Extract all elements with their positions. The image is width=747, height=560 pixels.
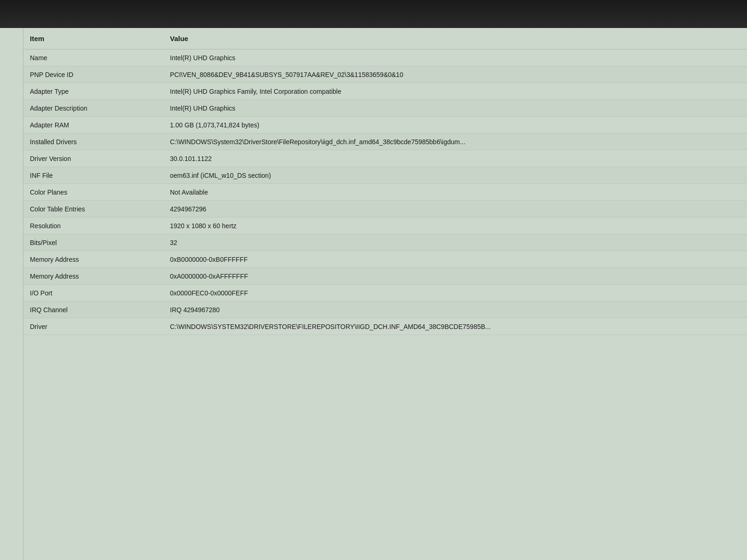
cell-value: Intel(R) UHD Graphics Family, Intel Corp… [163, 85, 747, 98]
cell-value: IRQ 4294967280 [163, 303, 747, 316]
table-row[interactable]: DriverC:\WINDOWS\SYSTEM32\DRIVERSTORE\FI… [23, 318, 747, 335]
cell-value: 30.0.101.1122 [163, 152, 747, 165]
cell-item: Driver Version [23, 152, 163, 165]
cell-item: Color Table Entries [23, 203, 163, 216]
column-header-value: Value [163, 32, 747, 45]
table-row[interactable]: Adapter RAM1.00 GB (1,073,741,824 bytes) [23, 117, 747, 133]
cell-item: Memory Address [23, 270, 163, 283]
table-row[interactable]: Driver Version30.0.101.1122 [23, 150, 747, 167]
content-area: Item Value NameIntel(R) UHD GraphicsPNP … [0, 28, 747, 560]
cell-value: 4294967296 [163, 203, 747, 216]
cell-item: I/O Port [23, 287, 163, 300]
top-bar [0, 0, 747, 28]
cell-value: Not Available [163, 186, 747, 199]
table-row[interactable]: PNP Device IDPCI\VEN_8086&DEV_9B41&SUBSY… [23, 66, 747, 83]
cell-value: Intel(R) UHD Graphics [163, 102, 747, 115]
cell-value: C:\WINDOWS\SYSTEM32\DRIVERSTORE\FILEREPO… [163, 320, 747, 333]
cell-item: Installed Drivers [23, 135, 163, 148]
table-row[interactable]: I/O Port0x0000FEC0-0x0000FEFF [23, 285, 747, 301]
table-row[interactable]: Adapter DescriptionIntel(R) UHD Graphics [23, 100, 747, 117]
cell-item: Resolution [23, 219, 163, 232]
cell-item: Adapter Type [23, 85, 163, 98]
cell-value: 0xB0000000-0xB0FFFFFF [163, 253, 747, 266]
cell-item: Adapter RAM [23, 119, 163, 132]
table-row[interactable]: INF Fileoem63.inf (iCML_w10_DS section) [23, 167, 747, 184]
cell-value: PCI\VEN_8086&DEV_9B41&SUBSYS_507917AA&RE… [163, 68, 747, 81]
cell-item: Adapter Description [23, 102, 163, 115]
table-row[interactable]: IRQ ChannelIRQ 4294967280 [23, 301, 747, 318]
cell-value: Intel(R) UHD Graphics [163, 51, 747, 64]
table-header: Item Value [23, 28, 747, 49]
table-container: Item Value NameIntel(R) UHD GraphicsPNP … [23, 28, 747, 335]
cell-value: 0xA0000000-0xAFFFFFFF [163, 270, 747, 283]
cell-value: C:\WINDOWS\System32\DriverStore\FileRepo… [163, 135, 747, 148]
cell-item: Color Planes [23, 186, 163, 199]
table-row[interactable]: Adapter TypeIntel(R) UHD Graphics Family… [23, 83, 747, 100]
main-panel[interactable]: Item Value NameIntel(R) UHD GraphicsPNP … [23, 28, 747, 560]
table-row[interactable]: Bits/Pixel32 [23, 234, 747, 251]
left-sidebar [0, 28, 23, 560]
table-row[interactable]: Resolution1920 x 1080 x 60 hertz [23, 217, 747, 234]
cell-value: 32 [163, 236, 747, 249]
table-row[interactable]: NameIntel(R) UHD Graphics [23, 49, 747, 66]
cell-item: Driver [23, 320, 163, 333]
cell-item: Memory Address [23, 253, 163, 266]
table-row[interactable]: Installed DriversC:\WINDOWS\System32\Dri… [23, 133, 747, 150]
table-body: NameIntel(R) UHD GraphicsPNP Device IDPC… [23, 49, 747, 335]
cell-value: 0x0000FEC0-0x0000FEFF [163, 287, 747, 300]
table-row[interactable]: Memory Address0xB0000000-0xB0FFFFFF [23, 251, 747, 268]
cell-item: PNP Device ID [23, 68, 163, 81]
cell-item: Name [23, 51, 163, 64]
table-row[interactable]: Color PlanesNot Available [23, 184, 747, 201]
cell-item: INF File [23, 169, 163, 182]
table-row[interactable]: Color Table Entries4294967296 [23, 201, 747, 217]
cell-item: IRQ Channel [23, 303, 163, 316]
cell-value: oem63.inf (iCML_w10_DS section) [163, 169, 747, 182]
cell-item: Bits/Pixel [23, 236, 163, 249]
cell-value: 1.00 GB (1,073,741,824 bytes) [163, 119, 747, 132]
column-header-item: Item [23, 32, 163, 45]
cell-value: 1920 x 1080 x 60 hertz [163, 219, 747, 232]
table-row[interactable]: Memory Address0xA0000000-0xAFFFFFFF [23, 268, 747, 285]
